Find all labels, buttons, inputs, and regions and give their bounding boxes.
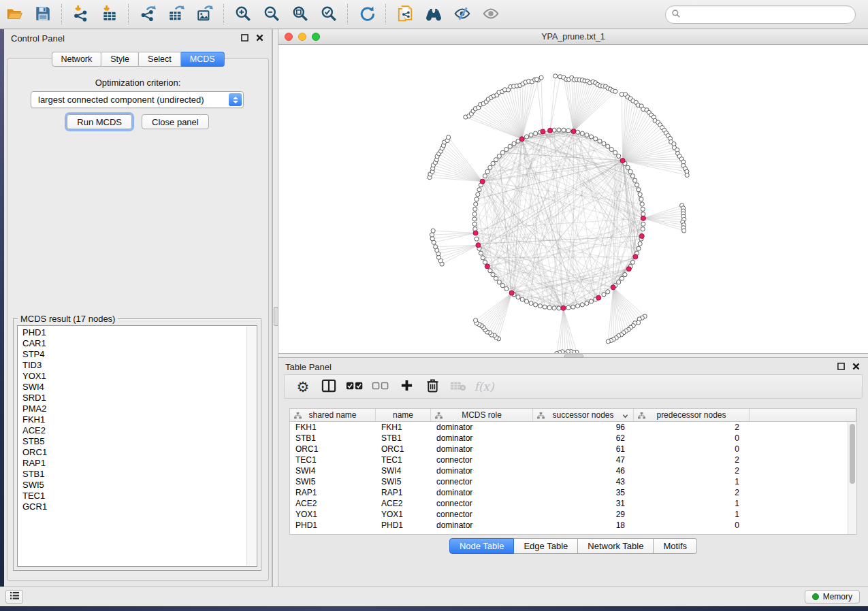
network-column-icon xyxy=(638,412,645,421)
close-panel-button[interactable] xyxy=(254,33,265,44)
horizontal-splitter[interactable] xyxy=(278,353,868,358)
tab-select[interactable]: Select xyxy=(139,52,181,67)
select-all-columns-button[interactable] xyxy=(343,376,366,397)
export-network-button[interactable] xyxy=(135,2,160,27)
float-panel-button[interactable] xyxy=(239,33,250,44)
table-row[interactable]: SWI5SWI5connector431 xyxy=(290,476,848,487)
tab-style[interactable]: Style xyxy=(101,52,139,67)
table-row[interactable]: SWI4SWI4dominator462 xyxy=(290,465,848,476)
table-options-button[interactable]: ⚙ xyxy=(291,376,315,397)
criterion-dropdown-value: largest connected component (undirected) xyxy=(31,95,229,105)
vertical-splitter[interactable] xyxy=(272,29,278,587)
mcds-result-item[interactable]: TID3 xyxy=(22,360,247,371)
network-column-icon xyxy=(537,412,545,421)
tab-edge-table[interactable]: Edge Table xyxy=(514,538,578,554)
search-network-button[interactable] xyxy=(421,2,446,27)
mcds-result-item[interactable]: SRD1 xyxy=(22,393,247,403)
hide-graphics-button[interactable] xyxy=(450,2,475,27)
network-column-icon xyxy=(435,412,443,421)
table-row[interactable]: TEC1TEC1connector472 xyxy=(290,455,848,465)
deselect-all-columns-button[interactable] xyxy=(369,376,392,397)
tab-mcds[interactable]: MCDS xyxy=(181,52,225,67)
mcds-result-item[interactable]: STB5 xyxy=(22,436,247,447)
close-panel-action-button[interactable]: Close panel xyxy=(142,114,209,129)
zoom-out-button[interactable] xyxy=(259,2,284,27)
mcds-result-item[interactable]: ACE2 xyxy=(22,425,247,436)
import-network-button[interactable] xyxy=(69,2,93,27)
mcds-result-item[interactable]: SWI5 xyxy=(22,480,247,491)
mcds-result-item[interactable]: RAP1 xyxy=(22,458,247,469)
search-box xyxy=(665,5,856,24)
tab-network[interactable]: Network xyxy=(51,52,101,67)
mcds-result-item[interactable]: CAR1 xyxy=(22,338,247,349)
delete-table-button[interactable] xyxy=(447,376,470,397)
mcds-result-item[interactable]: SWI4 xyxy=(22,382,247,393)
mcds-result-item[interactable]: ORC1 xyxy=(22,447,247,458)
show-graphics-button[interactable] xyxy=(479,2,503,27)
add-column-button[interactable] xyxy=(395,376,418,397)
save-icon xyxy=(34,5,52,24)
open-session-button[interactable] xyxy=(2,2,27,27)
import-table-button[interactable] xyxy=(97,2,122,27)
column-header-successor-nodes[interactable]: successor nodes xyxy=(533,409,634,421)
zoom-selected-button[interactable] xyxy=(317,2,341,27)
mcds-result-item[interactable]: TEC1 xyxy=(22,491,247,501)
mcds-result-item[interactable]: PHD1 xyxy=(22,327,247,338)
mcds-result-item[interactable]: FKH1 xyxy=(22,414,247,425)
column-layout-button[interactable] xyxy=(317,376,340,397)
export-table-icon xyxy=(167,5,185,24)
table-row[interactable]: PHD1PHD1dominator180 xyxy=(290,520,848,531)
network-canvas[interactable] xyxy=(278,45,868,353)
table-row[interactable]: FKH1FKH1dominator962 xyxy=(290,422,848,433)
column-header-predecessor-nodes[interactable]: predecessor nodes xyxy=(634,409,750,421)
close-table-panel-button[interactable] xyxy=(850,361,861,372)
column-header-shared-name[interactable]: shared name xyxy=(290,409,376,421)
export-image-button[interactable] xyxy=(193,2,217,27)
table-panel-tabs: Node Table Edge Table Network Table Moti… xyxy=(278,538,868,554)
table-row[interactable]: STB1STB1dominator620 xyxy=(290,433,848,444)
zoom-fit-button[interactable] xyxy=(288,2,312,27)
float-table-panel-button[interactable] xyxy=(835,361,846,372)
column-header-mcds-role[interactable]: MCDS role xyxy=(431,409,533,421)
table-scrollbar[interactable] xyxy=(848,422,856,534)
control-panel-tabs: Network Style Select MCDS xyxy=(51,52,224,67)
tab-network-table[interactable]: Network Table xyxy=(578,538,654,554)
splitter-handle-icon xyxy=(274,307,278,326)
run-mcds-button[interactable]: Run MCDS xyxy=(67,114,132,129)
mcds-result-item[interactable]: STB1 xyxy=(22,469,247,480)
apply-function-button[interactable]: f(x) xyxy=(472,376,496,397)
table-row[interactable]: RAP1RAP1dominator352 xyxy=(290,487,848,498)
import-network-icon xyxy=(72,5,90,24)
show-log-button[interactable] xyxy=(5,590,23,604)
zoom-fit-icon xyxy=(291,5,309,24)
binoculars-icon xyxy=(425,5,443,24)
mcds-result-listbox: PHD1CAR1STP4TID3YOX1SWI4SRD1PMA2FKH1ACE2… xyxy=(17,325,257,567)
mcds-result-title: MCDS result (17 nodes) xyxy=(18,314,118,324)
table-row[interactable]: ORC1ORC1dominator610 xyxy=(290,444,848,455)
zoom-in-button[interactable] xyxy=(231,2,255,27)
column-header-name[interactable]: name xyxy=(376,409,431,421)
close-icon xyxy=(852,362,860,372)
mcds-result-item[interactable]: STP4 xyxy=(22,349,247,360)
mcds-result-item[interactable]: GCR1 xyxy=(22,501,247,512)
memory-status-icon xyxy=(812,593,819,600)
mcds-list-scrollbar[interactable] xyxy=(246,327,256,565)
table-row[interactable]: ACE2ACE2connector311 xyxy=(290,498,848,509)
tab-node-table[interactable]: Node Table xyxy=(449,538,515,554)
delete-column-button[interactable] xyxy=(421,376,444,397)
criterion-dropdown[interactable]: largest connected component (undirected) xyxy=(31,91,244,108)
save-session-button[interactable] xyxy=(31,2,55,27)
tab-motifs[interactable]: Motifs xyxy=(654,538,697,554)
scrollbar-thumb[interactable] xyxy=(850,424,855,484)
export-table-button[interactable] xyxy=(164,2,189,27)
mcds-result-group: MCDS result (17 nodes) PHD1CAR1STP4TID3Y… xyxy=(13,318,261,571)
search-input[interactable] xyxy=(681,10,855,20)
table-row[interactable]: YOX1YOX1connector291 xyxy=(290,509,848,520)
network-from-document-button[interactable] xyxy=(393,2,417,27)
table-toolbar: ⚙ f(x) xyxy=(284,374,863,399)
mcds-result-item[interactable]: YOX1 xyxy=(22,371,247,382)
export-image-icon xyxy=(196,5,214,24)
memory-button[interactable]: Memory xyxy=(805,590,860,604)
mcds-result-item[interactable]: PMA2 xyxy=(22,403,247,414)
refresh-view-button[interactable] xyxy=(355,2,379,27)
